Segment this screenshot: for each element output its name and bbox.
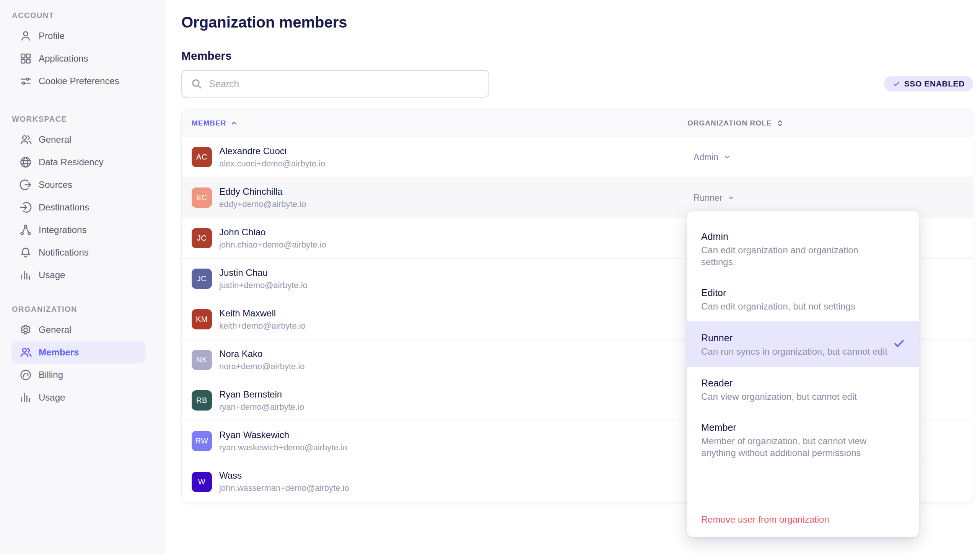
role-dropdown-menu: Admin Can edit organization and organiza… bbox=[687, 211, 919, 537]
role-option-title: Reader bbox=[701, 376, 892, 389]
sidebar-item-profile[interactable]: Profile bbox=[11, 24, 146, 47]
sidebar-item-label: Billing bbox=[39, 370, 63, 380]
sidebar-item-label: Integrations bbox=[39, 225, 86, 235]
sidebar-item-workspace-usage[interactable]: Usage bbox=[11, 264, 146, 286]
role-option-description: Member of organization, but cannot view … bbox=[701, 435, 892, 459]
sidebar-item-notifications[interactable]: Notifications bbox=[11, 241, 146, 264]
member-name: Justin Chau bbox=[219, 267, 308, 279]
role-option-admin[interactable]: Admin Can edit organization and organiza… bbox=[687, 221, 919, 277]
role-select[interactable]: Runner bbox=[693, 192, 735, 203]
sidebar-item-label: Data Residency bbox=[39, 157, 103, 168]
sidebar-item-organization-usage[interactable]: Usage bbox=[11, 386, 146, 409]
column-header-member[interactable]: MEMBER bbox=[192, 119, 238, 127]
role-option-reader[interactable]: Reader Can view organization, but cannot… bbox=[687, 367, 919, 412]
role-option-editor[interactable]: Editor Can edit organization, but not se… bbox=[687, 277, 919, 321]
settings-sidebar: ACCOUNT Profile Applications Cookie Pref… bbox=[0, 0, 165, 554]
grid-icon bbox=[19, 52, 33, 65]
member-email: eddy+demo@airbyte.io bbox=[219, 199, 306, 210]
role-select[interactable]: Admin bbox=[693, 152, 731, 162]
member-cell: EC Eddy Chinchilla eddy+demo@airbyte.io bbox=[192, 186, 306, 210]
people-icon bbox=[19, 133, 33, 147]
avatar: JC bbox=[192, 228, 212, 248]
search-box[interactable] bbox=[181, 70, 489, 98]
integrations-icon bbox=[19, 223, 33, 237]
sidebar-item-label: Members bbox=[39, 347, 79, 358]
member-name: Keith Maxwell bbox=[219, 308, 306, 319]
member-cell: JC Justin Chau justin+demo@airbyte.io bbox=[192, 267, 308, 291]
table-controls: SSO ENABLED bbox=[181, 70, 973, 98]
globe-icon bbox=[19, 155, 33, 169]
sidebar-item-label: Usage bbox=[39, 392, 65, 403]
role-option-member[interactable]: Member Member of organization, but canno… bbox=[687, 412, 919, 468]
table-row[interactable]: AC Alexandre Cuoci alex.cuoci+demo@airby… bbox=[182, 137, 973, 178]
member-name: Alexandre Cuoci bbox=[219, 145, 325, 157]
sidebar-item-label: General bbox=[39, 134, 71, 145]
role-option-description: Can edit organization and organization s… bbox=[701, 244, 892, 268]
page-title: Organization members bbox=[181, 14, 973, 31]
member-name: Nora Kako bbox=[219, 348, 305, 360]
sidebar-item-workspace-general[interactable]: General bbox=[11, 128, 146, 151]
section-label-account: ACCOUNT bbox=[12, 10, 165, 21]
sidebar-section-organization: ORGANIZATION General Members Billing Usa… bbox=[0, 304, 165, 409]
sidebar-section-workspace: WORKSPACE General Data Residency Sources… bbox=[0, 114, 165, 286]
avatar: W bbox=[192, 472, 212, 492]
search-icon bbox=[190, 78, 203, 90]
sidebar-item-sources[interactable]: Sources bbox=[11, 173, 146, 196]
avatar: JC bbox=[192, 269, 212, 289]
avatar: KM bbox=[192, 309, 212, 329]
member-email: alex.cuoci+demo@airbyte.io bbox=[219, 158, 325, 169]
member-column-label: MEMBER bbox=[192, 119, 226, 127]
members-section-title: Members bbox=[181, 49, 973, 63]
sidebar-item-applications[interactable]: Applications bbox=[11, 47, 146, 70]
role-column-label: ORGANIZATION ROLE bbox=[687, 119, 772, 127]
bell-icon bbox=[19, 246, 33, 259]
sort-both-icon bbox=[775, 119, 785, 128]
gear-icon bbox=[19, 323, 33, 337]
sidebar-item-organization-general[interactable]: General bbox=[11, 318, 146, 341]
sidebar-item-destinations[interactable]: Destinations bbox=[11, 196, 146, 218]
member-name: John Chiao bbox=[219, 226, 326, 238]
sliders-icon bbox=[19, 74, 33, 88]
role-option-title: Member bbox=[701, 421, 892, 434]
sidebar-item-members[interactable]: Members bbox=[11, 341, 146, 363]
sidebar-item-cookie-preferences[interactable]: Cookie Preferences bbox=[11, 70, 146, 92]
member-cell: RW Ryan Waskewich ryan.waskewich+demo@ai… bbox=[192, 429, 347, 453]
remove-user-link[interactable]: Remove user from organization bbox=[687, 503, 919, 537]
column-header-organization-role[interactable]: ORGANIZATION ROLE bbox=[687, 119, 785, 128]
chevron-down-icon bbox=[727, 194, 735, 202]
section-label-workspace: WORKSPACE bbox=[12, 114, 165, 124]
role-option-runner[interactable]: Runner Can run syncs in organization, bu… bbox=[687, 321, 919, 367]
role-option-title: Admin bbox=[701, 230, 892, 243]
sidebar-item-billing[interactable]: Billing bbox=[11, 363, 146, 386]
sidebar-section-account: ACCOUNT Profile Applications Cookie Pref… bbox=[0, 10, 165, 92]
sort-ascending-icon bbox=[230, 119, 238, 127]
avatar: EC bbox=[192, 187, 212, 208]
member-email: nora+demo@airbyte.io bbox=[219, 361, 305, 372]
bar-chart-icon bbox=[19, 391, 33, 404]
selected-check-icon bbox=[893, 337, 905, 351]
person-icon bbox=[19, 29, 33, 43]
sidebar-item-label: Usage bbox=[39, 270, 65, 280]
sso-enabled-badge: SSO ENABLED bbox=[884, 76, 973, 91]
avatar: NK bbox=[192, 350, 212, 370]
sidebar-item-integrations[interactable]: Integrations bbox=[11, 218, 146, 241]
role-option-description: Can run syncs in organization, but canno… bbox=[701, 345, 892, 357]
sidebar-item-label: Sources bbox=[39, 179, 72, 190]
member-cell: W Wass john.wasserman+demo@airbyte.io bbox=[192, 470, 349, 494]
role-option-title: Editor bbox=[701, 286, 892, 299]
member-name: Wass bbox=[219, 470, 349, 481]
section-label-organization: ORGANIZATION bbox=[12, 304, 165, 314]
member-name: Ryan Waskewich bbox=[219, 429, 347, 441]
sidebar-item-data-residency[interactable]: Data Residency bbox=[11, 151, 146, 173]
avatar: RW bbox=[192, 431, 212, 451]
member-name: Ryan Bernstein bbox=[219, 389, 304, 400]
role-option-title: Runner bbox=[701, 331, 892, 344]
sidebar-item-label: General bbox=[39, 324, 71, 335]
role-option-description: Can view organization, but cannot edit bbox=[701, 391, 892, 402]
search-input[interactable] bbox=[209, 78, 480, 90]
member-email: ryan.waskewich+demo@airbyte.io bbox=[219, 442, 347, 453]
sidebar-item-label: Applications bbox=[39, 53, 88, 64]
role-value: Admin bbox=[693, 152, 718, 162]
avatar: RB bbox=[192, 390, 212, 411]
member-name: Eddy Chinchilla bbox=[219, 186, 306, 197]
